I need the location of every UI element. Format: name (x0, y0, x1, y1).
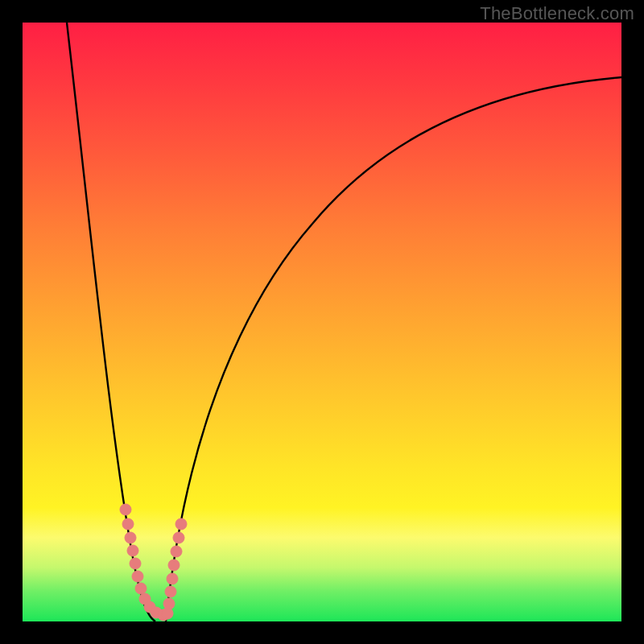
data-marker (171, 546, 182, 557)
data-marker (127, 545, 138, 556)
data-marker (120, 504, 131, 515)
marker-group (120, 504, 187, 621)
right-curve (166, 77, 621, 621)
data-marker (167, 573, 178, 584)
data-marker (132, 571, 143, 582)
data-marker (175, 518, 187, 530)
data-marker (162, 608, 173, 619)
plot-area (23, 23, 621, 621)
left-curve (67, 23, 155, 621)
watermark-label: TheBottleneck.com (480, 3, 634, 24)
data-marker (125, 532, 136, 543)
data-marker (122, 518, 134, 530)
data-marker (165, 586, 176, 597)
data-marker (168, 559, 180, 571)
data-marker (135, 583, 147, 594)
chart-frame: TheBottleneck.com (0, 0, 644, 644)
data-marker (130, 558, 141, 569)
curve-layer (23, 23, 621, 621)
data-marker (173, 532, 184, 543)
